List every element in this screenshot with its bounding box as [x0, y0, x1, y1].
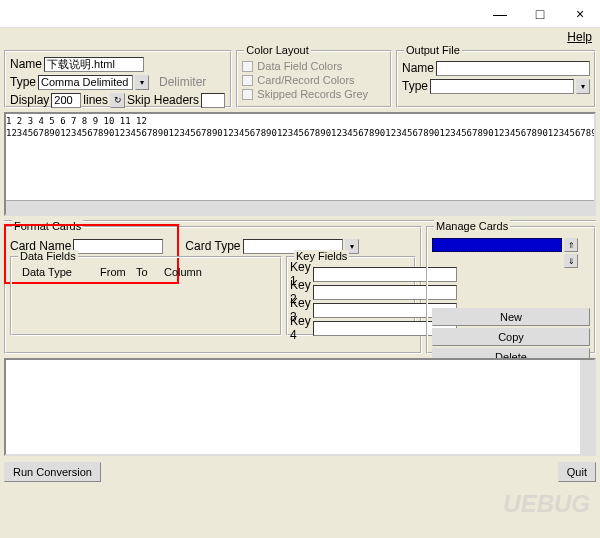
- col-from: From: [100, 266, 128, 278]
- output-preview-area: [4, 358, 596, 456]
- output-file-panel: Output File Name Type ▾: [396, 50, 596, 108]
- horizontal-scrollbar[interactable]: [6, 200, 594, 214]
- type-dropdown-icon[interactable]: ▾: [135, 75, 149, 90]
- output-type-dropdown-icon[interactable]: ▾: [576, 79, 590, 94]
- menu-help[interactable]: Help: [567, 30, 592, 44]
- type-input[interactable]: [38, 75, 133, 90]
- check-label: Data Field Colors: [257, 60, 342, 72]
- key-fields-title: Key Fields: [294, 250, 349, 262]
- manage-cards-panel: Manage Cards ⇑ ⇓ New Copy Delete: [426, 226, 596, 354]
- key4-label: Key 4: [290, 314, 311, 342]
- format-cards-title: Format Cards: [12, 220, 83, 232]
- output-name-input[interactable]: [436, 61, 590, 76]
- checkbox-icon: [242, 61, 253, 72]
- output-type-label: Type: [402, 79, 428, 93]
- skip-headers-input[interactable]: [201, 93, 225, 108]
- check-card-record-colors[interactable]: Card/Record Colors: [242, 74, 386, 86]
- col-column: Column: [164, 266, 202, 278]
- color-layout-title: Color Layout: [244, 44, 310, 56]
- maximize-button[interactable]: □: [520, 0, 560, 28]
- checkbox-icon: [242, 89, 253, 100]
- card-name-input[interactable]: [73, 239, 163, 254]
- move-up-icon[interactable]: ⇑: [564, 238, 578, 252]
- check-data-field-colors[interactable]: Data Field Colors: [242, 60, 386, 72]
- card-type-label: Card Type: [185, 239, 240, 253]
- manage-cards-title: Manage Cards: [434, 220, 510, 232]
- lines-label: lines: [83, 93, 108, 107]
- key-fields-panel: Key Fields Key 1 Key 2 Key 3 Key 4: [286, 256, 416, 336]
- name-input[interactable]: [44, 57, 144, 72]
- copy-button[interactable]: Copy: [432, 328, 590, 346]
- window-titlebar: — □ ×: [0, 0, 600, 28]
- data-fields-title: Data Fields: [18, 250, 78, 262]
- move-down-icon[interactable]: ⇓: [564, 254, 578, 268]
- card-list-selection[interactable]: [432, 238, 562, 252]
- col-data-type: Data Type: [22, 266, 92, 278]
- watermark: UEBUG: [503, 490, 590, 518]
- refresh-icon[interactable]: ↻: [110, 93, 125, 108]
- ruler-ones: 1234567890123456789012345678901234567890…: [6, 126, 594, 138]
- col-to: To: [136, 266, 156, 278]
- name-label: Name: [10, 57, 42, 71]
- checkbox-icon: [242, 75, 253, 86]
- preview-area: 1 2 3 4 5 6 7 8 9 10 11 12 1234567890123…: [4, 112, 596, 216]
- ruler-tens: 1 2 3 4 5 6 7 8 9 10 11 12: [6, 114, 594, 126]
- run-conversion-button[interactable]: Run Conversion: [4, 462, 101, 482]
- new-button[interactable]: New: [432, 308, 590, 326]
- output-type-input[interactable]: [430, 79, 574, 94]
- format-cards-panel: Format Cards Card Name Card Type ▾ Data …: [4, 226, 422, 354]
- output-file-title: Output File: [404, 44, 462, 56]
- close-button[interactable]: ×: [560, 0, 600, 28]
- input-file-panel: Name Type ▾ Delimiter Display lines ↻ Sk…: [4, 50, 232, 108]
- color-layout-panel: Color Layout Data Field Colors Card/Reco…: [236, 50, 392, 108]
- delimiter-label: Delimiter: [159, 75, 206, 89]
- skip-headers-label: Skip Headers: [127, 93, 199, 107]
- type-label: Type: [10, 75, 36, 89]
- minimize-button[interactable]: —: [480, 0, 520, 28]
- output-name-label: Name: [402, 61, 434, 75]
- quit-button[interactable]: Quit: [558, 462, 596, 482]
- data-fields-panel: Data Fields Data Type From To Column: [10, 256, 282, 336]
- display-input[interactable]: [51, 93, 81, 108]
- check-label: Card/Record Colors: [257, 74, 354, 86]
- check-label: Skipped Records Grey: [257, 88, 368, 100]
- vertical-scrollbar[interactable]: [580, 360, 594, 454]
- display-label: Display: [10, 93, 49, 107]
- check-skipped-grey[interactable]: Skipped Records Grey: [242, 88, 386, 100]
